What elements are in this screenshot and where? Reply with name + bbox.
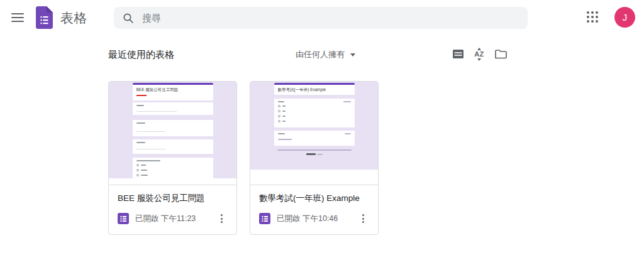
owner-filter-label: 由任何人擁有	[296, 49, 345, 60]
placeholder-line	[136, 122, 145, 124]
hamburger-menu-icon[interactable]	[10, 11, 25, 24]
mini-question-card	[133, 139, 213, 154]
mini-radio-icon	[278, 105, 280, 107]
placeholder-line	[136, 111, 177, 112]
card-more-options-icon[interactable]	[355, 211, 370, 226]
account-avatar[interactable]: J	[614, 7, 635, 28]
form-title: BEE 服裝公司見工問題	[118, 193, 231, 204]
view-controls: AZ	[449, 45, 509, 63]
mini-question-card	[133, 102, 213, 115]
sort-az-icon[interactable]: AZ	[470, 45, 488, 63]
forms-home-page: 表格 J 最近使用的表格 由任何人擁有	[0, 0, 644, 265]
mini-google-forms-wordmark	[274, 153, 355, 155]
search-bar[interactable]	[114, 7, 528, 29]
mini-question-card	[274, 131, 355, 146]
mini-disclaimer-line	[277, 149, 352, 151]
form-card-bee[interactable]: BEE 服裝公司見工問題	[108, 81, 237, 235]
mini-radio-icon	[278, 120, 280, 122]
placeholder-line	[278, 101, 284, 102]
thumbnail-bottom-strip	[109, 178, 236, 185]
open-file-picker-folder-icon[interactable]	[492, 45, 509, 63]
placeholder-line	[136, 105, 144, 106]
placeholder-line	[343, 101, 351, 102]
mini-radio-icon	[136, 164, 139, 166]
mini-form-header: BEE 服裝公司見工問題	[133, 85, 213, 100]
recent-forms-grid: BEE 服裝公司見工問題	[108, 81, 379, 235]
app-title: 表格	[60, 9, 87, 27]
mini-question-card	[274, 99, 355, 127]
placeholder-line	[136, 131, 165, 132]
card-more-options-icon[interactable]	[214, 211, 229, 226]
mini-radio-icon	[278, 115, 280, 117]
placeholder-line	[136, 149, 165, 149]
forms-file-icon	[259, 213, 270, 224]
last-opened-status: 已開啟 下午10:46	[277, 214, 338, 224]
placeholder-line	[278, 139, 292, 140]
search-icon	[123, 13, 134, 24]
card-footer: 數學考試(一年班) Example 已開啟 下午10:46	[250, 185, 378, 235]
mini-radio-icon	[278, 110, 280, 112]
owner-filter-dropdown[interactable]: 由任何人擁有	[296, 46, 355, 63]
chevron-down-icon	[350, 53, 355, 57]
card-footer: BEE 服裝公司見工問題 已開啟 下午11:23	[109, 185, 236, 235]
form-thumbnail[interactable]: BEE 服裝公司見工問題	[109, 82, 236, 185]
search-input[interactable]	[142, 13, 494, 23]
form-title: 數學考試(一年班) Example	[259, 193, 373, 204]
mini-radio-icon	[136, 174, 139, 176]
form-card-math-exam[interactable]: 數學考試(一年班) Example	[250, 81, 379, 235]
forms-file-icon	[118, 213, 129, 224]
placeholder-line	[136, 160, 160, 161]
placeholder-line	[136, 142, 145, 143]
mini-form-preview: BEE 服裝公司見工問題	[133, 83, 213, 180]
placeholder-line	[345, 133, 351, 134]
list-view-toggle-icon[interactable]	[449, 45, 467, 63]
placeholder-line	[278, 133, 285, 134]
mini-required-text-line	[136, 95, 147, 96]
recent-forms-heading: 最近使用的表格	[108, 49, 174, 61]
mini-question-card	[133, 120, 213, 136]
form-thumbnail[interactable]: 數學考試(一年班) Example	[250, 82, 378, 185]
google-forms-logo-icon[interactable]	[36, 6, 53, 29]
last-opened-status: 已開啟 下午11:23	[135, 214, 196, 224]
mini-form-header: 數學考試(一年班) Example	[274, 85, 355, 95]
thumbnail-bottom-strip	[250, 170, 378, 185]
mini-question-card	[133, 158, 213, 180]
google-apps-grid-icon[interactable]	[587, 11, 601, 25]
mini-radio-icon	[136, 169, 139, 171]
mini-form-preview: 數學考試(一年班) Example	[274, 83, 355, 155]
